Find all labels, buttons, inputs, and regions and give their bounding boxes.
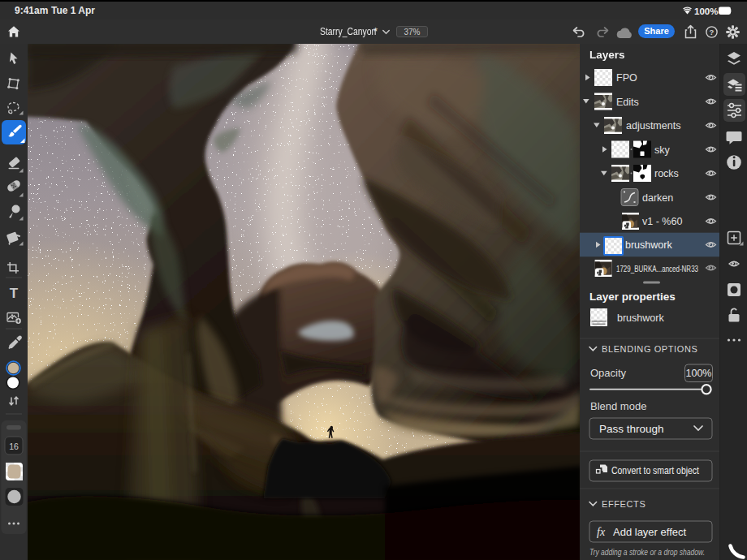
svg-text:Edits: Edits: [616, 97, 639, 108]
svg-text:v1 - %60: v1 - %60: [642, 216, 682, 227]
svg-text:BLENDING OPTIONS: BLENDING OPTIONS: [602, 344, 697, 354]
svg-text:sky: sky: [654, 144, 671, 156]
svg-text:Convert to smart object: Convert to smart object: [611, 465, 700, 476]
svg-text:100%: 100%: [694, 6, 718, 16]
svg-text:Opacity: Opacity: [590, 367, 627, 379]
svg-text:brushwork: brushwork: [625, 239, 672, 251]
svg-text:Pass through: Pass through: [599, 423, 664, 435]
svg-text:Try adding a stroke or a drop: Try adding a stroke or a drop shadow.: [589, 547, 705, 557]
svg-text:adjustments: adjustments: [626, 120, 680, 131]
svg-text:EFFECTS: EFFECTS: [602, 499, 646, 509]
svg-text:Add layer effect: Add layer effect: [613, 526, 686, 538]
svg-text:T: T: [10, 286, 19, 301]
svg-text:Layers: Layers: [589, 49, 625, 61]
svg-text:rocks: rocks: [654, 168, 679, 179]
svg-text:1729_BURKA...anced-NR33: 1729_BURKA...anced-NR33: [616, 264, 698, 274]
svg-text:16: 16: [9, 442, 19, 451]
svg-text:Blend mode: Blend mode: [590, 400, 646, 412]
svg-text:darken: darken: [642, 192, 673, 204]
svg-text:?: ?: [710, 28, 715, 37]
svg-text:FPO: FPO: [616, 72, 637, 84]
svg-text:fx: fx: [597, 526, 606, 538]
svg-text:brushwork: brushwork: [617, 312, 664, 324]
svg-text:100%: 100%: [686, 368, 712, 379]
svg-text:Layer properties: Layer properties: [589, 291, 676, 303]
